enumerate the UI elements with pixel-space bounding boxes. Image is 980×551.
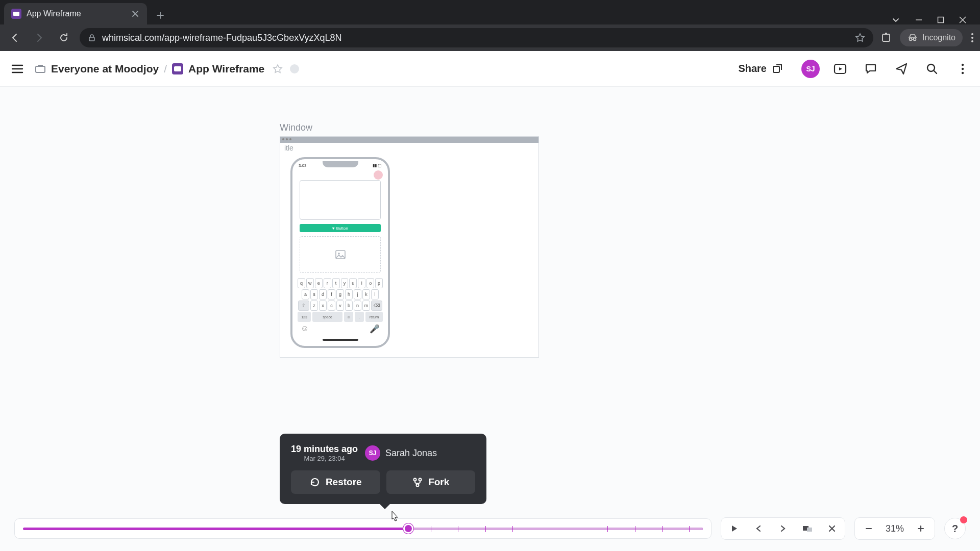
browser-reload-button[interactable] (55, 29, 72, 46)
breadcrumb: Everyone at Moodjoy / App Wireframe (35, 63, 299, 75)
key-q: q (298, 278, 305, 288)
history-timeline[interactable] (14, 518, 712, 539)
svg-rect-9 (36, 66, 45, 72)
wireframe-button-label: Button (336, 226, 348, 231)
send-button[interactable] (891, 59, 912, 79)
share-button[interactable]: Share (730, 59, 791, 79)
timeline-track[interactable] (23, 528, 703, 530)
svg-point-20 (416, 484, 419, 487)
key-d: d (319, 289, 327, 299)
canvas[interactable]: Window itle 3:03 ▮▮ ▢ ♥ Button (0, 87, 980, 551)
window-chevron-icon[interactable] (891, 15, 900, 24)
user-avatar[interactable]: SJ (801, 60, 820, 78)
bookmark-star-icon[interactable] (855, 33, 865, 43)
browser-menu-button[interactable] (971, 32, 974, 43)
backspace-key: ⌫ (371, 300, 382, 311)
zoom-out-button[interactable] (858, 520, 879, 537)
share-icon (772, 63, 783, 74)
browser-tab[interactable]: App Wireframe (4, 3, 147, 24)
help-button[interactable]: ? (944, 518, 966, 539)
comments-button[interactable] (861, 59, 881, 79)
svg-point-17 (338, 253, 340, 255)
timeline-thumb[interactable] (403, 523, 413, 534)
next-button[interactable] (772, 520, 794, 537)
restore-icon (309, 477, 321, 488)
window-maximize-button[interactable] (937, 16, 944, 23)
phone-time: 3:03 (299, 163, 307, 168)
svg-rect-1 (89, 37, 94, 41)
phone-status-icons: ▮▮ ▢ (373, 163, 382, 168)
lock-icon (88, 34, 96, 42)
share-label: Share (738, 63, 767, 74)
compare-button[interactable] (797, 520, 818, 537)
key-l: l (371, 289, 379, 299)
present-button[interactable] (830, 59, 850, 79)
key-f: f (328, 289, 335, 299)
phone-frame[interactable]: 3:03 ▮▮ ▢ ♥ Button qwertyuiop asdfghjkl (290, 157, 390, 348)
wireframe-button[interactable]: ♥ Button (300, 224, 381, 232)
document-title[interactable]: App Wireframe (188, 63, 264, 75)
key-g: g (336, 289, 344, 299)
zoom-controls: 31% (854, 517, 935, 540)
window-minimize-button[interactable] (915, 16, 923, 24)
dot-key: . (355, 312, 364, 322)
key-y: y (341, 278, 349, 288)
window-close-button[interactable] (959, 16, 967, 24)
svg-point-19 (419, 479, 422, 481)
key-i: i (358, 278, 365, 288)
new-tab-button[interactable] (151, 6, 169, 24)
key-s: s (310, 289, 318, 299)
history-user-name: Sarah Jonas (385, 448, 437, 459)
document-icon (172, 63, 183, 74)
wireframe-label: Window (280, 122, 539, 133)
svg-rect-22 (807, 528, 812, 532)
svg-point-6 (971, 33, 973, 35)
search-button[interactable] (922, 59, 942, 79)
more-menu-button[interactable] (952, 59, 973, 79)
restore-button[interactable]: Restore (291, 470, 380, 494)
workspace-icon (35, 63, 46, 74)
svg-point-14 (962, 67, 964, 69)
heart-icon: ♥ (332, 226, 335, 231)
svg-point-4 (910, 38, 912, 41)
zoom-in-button[interactable] (910, 520, 932, 537)
extensions-icon[interactable] (880, 32, 892, 43)
phone-accent-dot (374, 170, 383, 180)
hamburger-menu-button[interactable] (7, 59, 28, 79)
wireframe-window-group[interactable]: Window itle 3:03 ▮▮ ▢ ♥ Button (280, 122, 539, 358)
wireframe-card[interactable] (300, 180, 381, 220)
incognito-icon (907, 32, 918, 43)
wireframe-titlebar (280, 137, 538, 143)
address-bar[interactable]: whimsical.com/app-wireframe-Fudpau5J3cGb… (80, 28, 873, 47)
svg-point-8 (971, 40, 973, 42)
fork-button[interactable]: Fork (386, 470, 476, 494)
key-x: x (319, 300, 327, 311)
image-icon (335, 249, 346, 260)
incognito-badge[interactable]: Incognito (900, 29, 963, 46)
tab-close-button[interactable] (131, 9, 140, 18)
browser-forward-button (31, 29, 48, 46)
key-k: k (362, 289, 370, 299)
key-n: n (354, 300, 361, 311)
space-key: space (312, 312, 342, 322)
close-timeline-button[interactable] (821, 520, 843, 537)
key-p: p (375, 278, 383, 288)
favorite-star-button[interactable] (273, 64, 283, 74)
play-button[interactable] (723, 520, 745, 537)
wireframe-window[interactable]: itle 3:03 ▮▮ ▢ ♥ Button (280, 136, 539, 358)
shift-key: ⇧ (298, 300, 309, 311)
wireframe-image-placeholder[interactable] (300, 236, 381, 273)
svg-rect-0 (938, 17, 944, 23)
history-absolute-time: Mar 29, 23:04 (291, 455, 358, 462)
key-h: h (345, 289, 353, 299)
browser-back-button[interactable] (6, 29, 23, 46)
svg-rect-10 (773, 66, 779, 72)
keyboard: qwertyuiop asdfghjkl ⇧ zxcvbnm ⌫ 123 spa… (296, 277, 385, 335)
key-j: j (354, 289, 361, 299)
incognito-label: Incognito (922, 33, 955, 42)
key-a: a (302, 289, 309, 299)
workspace-name[interactable]: Everyone at Moodjoy (51, 63, 159, 75)
key-t: t (332, 278, 340, 288)
prev-button[interactable] (748, 520, 769, 537)
zoom-value[interactable]: 31% (883, 523, 907, 534)
